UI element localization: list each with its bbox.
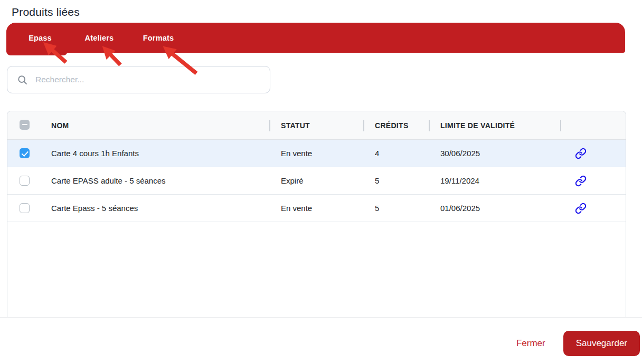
cell-credits: 5 [364,204,429,213]
cell-name: Carte Epass - 5 séances [43,204,270,213]
cell-name: Carte 4 cours 1h Enfants [43,149,270,158]
cell-validity: 01/06/2025 [429,204,561,213]
cell-status: En vente [270,204,364,213]
cell-name: Carte EPASS adulte - 5 séances [43,176,270,185]
tab-formats[interactable]: Formats [129,34,188,42]
row-checkbox[interactable] [20,203,30,213]
cell-status: Expiré [270,176,364,185]
header-cell-status: STATUT [270,121,364,130]
search-icon [17,75,27,85]
cell-validity: 19/11/2024 [429,176,561,185]
tab-ateliers[interactable]: Ateliers [70,34,129,42]
link-button[interactable] [575,148,587,159]
cell-status: En vente [270,149,364,158]
cell-credits: 5 [364,176,429,185]
header-cell-validity: LIMITE DE VALIDITÉ [429,121,561,130]
table-row[interactable]: Carte 4 cours 1h Enfants En vente 4 30/0… [7,140,626,167]
header-cell-select [7,120,43,131]
link-icon [575,175,587,187]
select-all-checkbox[interactable] [20,120,30,130]
table-row[interactable]: Carte EPASS adulte - 5 séances Expiré 5 … [7,167,626,195]
table-row[interactable]: Carte Epass - 5 séances En vente 5 01/06… [7,195,626,222]
link-icon [575,203,587,214]
tab-bar: Epass Ateliers Formats [6,23,625,53]
footer-divider [0,317,642,318]
search-box [7,66,270,93]
arrow-to-ateliers-icon [107,51,120,65]
close-button[interactable]: Fermer [513,338,549,349]
link-button[interactable] [575,175,587,187]
row-checkbox[interactable] [20,176,30,186]
link-button[interactable] [575,203,587,214]
header-cell-credits: CRÉDITS [364,121,429,130]
footer: Fermer Sauvegarder [0,327,642,360]
save-button[interactable]: Sauvegarder [563,331,640,356]
cell-credits: 4 [364,149,429,158]
link-icon [575,148,587,159]
search-input[interactable] [34,74,262,85]
products-table: NOM STATUT CRÉDITS LIMITE DE VALIDITÉ Ca… [7,111,626,318]
table-header-row: NOM STATUT CRÉDITS LIMITE DE VALIDITÉ [7,111,626,140]
tab-epass[interactable]: Epass [11,34,70,42]
header-cell-name: NOM [43,121,270,130]
cell-validity: 30/06/2025 [429,149,561,158]
row-checkbox[interactable] [20,148,30,158]
page-title: Produits liées [12,6,80,18]
